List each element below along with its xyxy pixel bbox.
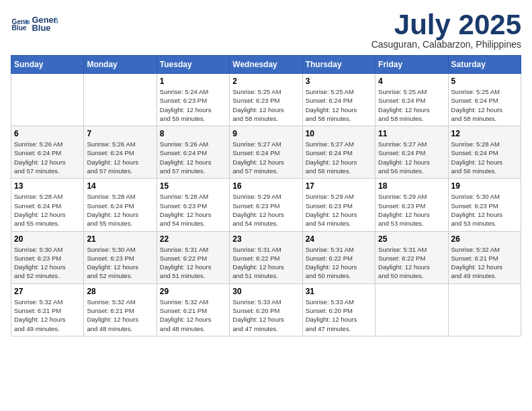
day-number: 4 [378,77,445,86]
calendar-cell: 25Sunrise: 5:31 AMSunset: 6:22 PMDayligh… [375,231,448,283]
calendar-cell: 15Sunrise: 5:28 AMSunset: 6:23 PMDayligh… [157,179,229,231]
day-number: 29 [160,287,226,296]
day-number: 17 [306,181,372,191]
svg-text:Blue: Blue [32,23,51,33]
cell-content: Sunrise: 5:32 AMSunset: 6:21 PMDaylight:… [451,245,518,281]
calendar-cell: 22Sunrise: 5:31 AMSunset: 6:22 PMDayligh… [157,231,229,283]
day-number: 2 [232,77,299,86]
cell-content: Sunrise: 5:30 AMSunset: 6:23 PMDaylight:… [14,245,81,281]
cell-content: Sunrise: 5:25 AMSunset: 6:24 PMDaylight:… [378,87,445,123]
cell-content: Sunrise: 5:26 AMSunset: 6:24 PMDaylight:… [160,140,226,175]
day-header-tuesday: Tuesday [157,56,229,74]
day-header-saturday: Saturday [448,56,521,74]
calendar-week-5: 27Sunrise: 5:32 AMSunset: 6:21 PMDayligh… [11,283,521,336]
calendar-cell: 8Sunrise: 5:26 AMSunset: 6:24 PMDaylight… [157,126,229,179]
calendar-cell: 3Sunrise: 5:25 AMSunset: 6:24 PMDaylight… [302,74,375,126]
calendar-week-3: 13Sunrise: 5:28 AMSunset: 6:24 PMDayligh… [11,179,521,231]
day-header-thursday: Thursday [302,56,375,74]
calendar-cell [448,283,521,336]
calendar-cell: 11Sunrise: 5:27 AMSunset: 6:24 PMDayligh… [375,126,448,179]
calendar-week-2: 6Sunrise: 5:26 AMSunset: 6:24 PMDaylight… [11,126,521,179]
calendar-cell: 6Sunrise: 5:26 AMSunset: 6:24 PMDaylight… [11,126,84,179]
calendar-cell: 10Sunrise: 5:27 AMSunset: 6:24 PMDayligh… [302,126,375,179]
cell-content: Sunrise: 5:25 AMSunset: 6:24 PMDaylight:… [451,87,518,123]
day-number: 8 [160,129,226,138]
calendar-cell: 31Sunrise: 5:33 AMSunset: 6:20 PMDayligh… [302,283,375,336]
cell-content: Sunrise: 5:26 AMSunset: 6:24 PMDaylight:… [87,140,153,175]
calendar-cell: 2Sunrise: 5:25 AMSunset: 6:23 PMDaylight… [230,74,302,126]
cell-content: Sunrise: 5:31 AMSunset: 6:22 PMDaylight:… [306,245,372,281]
cell-content: Sunrise: 5:28 AMSunset: 6:24 PMDaylight:… [14,192,81,228]
calendar-cell: 26Sunrise: 5:32 AMSunset: 6:21 PMDayligh… [448,231,521,283]
cell-content: Sunrise: 5:25 AMSunset: 6:23 PMDaylight:… [232,87,299,123]
cell-content: Sunrise: 5:32 AMSunset: 6:21 PMDaylight:… [14,298,81,333]
cell-content: Sunrise: 5:33 AMSunset: 6:20 PMDaylight:… [306,298,372,333]
cell-content: Sunrise: 5:27 AMSunset: 6:24 PMDaylight:… [232,140,299,175]
calendar-header-row: SundayMondayTuesdayWednesdayThursdayFrid… [11,56,521,74]
calendar-cell: 23Sunrise: 5:31 AMSunset: 6:22 PMDayligh… [230,231,302,283]
cell-content: Sunrise: 5:31 AMSunset: 6:22 PMDaylight:… [378,245,445,281]
page-header: General Blue General Blue July 2025 Casu… [11,11,521,50]
cell-content: Sunrise: 5:25 AMSunset: 6:24 PMDaylight:… [306,87,372,123]
day-number: 26 [451,234,518,244]
calendar-cell [375,283,448,336]
day-number: 23 [232,234,299,244]
calendar-week-4: 20Sunrise: 5:30 AMSunset: 6:23 PMDayligh… [11,231,521,283]
calendar-cell: 19Sunrise: 5:30 AMSunset: 6:23 PMDayligh… [448,179,521,231]
day-number: 31 [306,287,372,296]
calendar-table: SundayMondayTuesdayWednesdayThursdayFrid… [11,55,521,336]
cell-content: Sunrise: 5:31 AMSunset: 6:22 PMDaylight:… [160,245,226,281]
day-number: 13 [14,181,81,191]
day-number: 6 [14,129,81,138]
day-number: 27 [14,287,81,296]
day-number: 14 [87,181,153,191]
calendar-cell: 7Sunrise: 5:26 AMSunset: 6:24 PMDaylight… [84,126,157,179]
calendar-cell: 9Sunrise: 5:27 AMSunset: 6:24 PMDaylight… [230,126,302,179]
calendar-cell: 4Sunrise: 5:25 AMSunset: 6:24 PMDaylight… [375,74,448,126]
cell-content: Sunrise: 5:32 AMSunset: 6:21 PMDaylight:… [160,298,226,333]
day-number: 18 [378,181,445,191]
calendar-cell: 14Sunrise: 5:28 AMSunset: 6:24 PMDayligh… [84,179,157,231]
cell-content: Sunrise: 5:31 AMSunset: 6:22 PMDaylight:… [232,245,299,281]
calendar-cell: 16Sunrise: 5:29 AMSunset: 6:23 PMDayligh… [230,179,302,231]
day-number: 24 [306,234,372,244]
calendar-cell: 29Sunrise: 5:32 AMSunset: 6:21 PMDayligh… [157,283,229,336]
day-number: 21 [87,234,153,244]
day-number: 15 [160,181,226,191]
cell-content: Sunrise: 5:27 AMSunset: 6:24 PMDaylight:… [306,140,372,175]
cell-content: Sunrise: 5:32 AMSunset: 6:21 PMDaylight:… [87,298,153,333]
calendar-cell: 28Sunrise: 5:32 AMSunset: 6:21 PMDayligh… [84,283,157,336]
day-number: 28 [87,287,153,296]
day-number: 25 [378,234,445,244]
calendar-cell: 1Sunrise: 5:24 AMSunset: 6:23 PMDaylight… [157,74,229,126]
calendar-cell: 5Sunrise: 5:25 AMSunset: 6:24 PMDaylight… [448,74,521,126]
location: Casuguran, Calabarzon, Philippines [371,39,521,50]
title-block: July 2025 Casuguran, Calabarzon, Philipp… [371,11,521,50]
day-number: 9 [232,129,299,138]
day-number: 20 [14,234,81,244]
calendar-cell: 30Sunrise: 5:33 AMSunset: 6:20 PMDayligh… [230,283,302,336]
cell-content: Sunrise: 5:28 AMSunset: 6:23 PMDaylight:… [160,192,226,228]
calendar-cell: 21Sunrise: 5:30 AMSunset: 6:23 PMDayligh… [84,231,157,283]
cell-content: Sunrise: 5:28 AMSunset: 6:24 PMDaylight:… [87,192,153,228]
calendar-cell: 12Sunrise: 5:28 AMSunset: 6:24 PMDayligh… [448,126,521,179]
cell-content: Sunrise: 5:29 AMSunset: 6:23 PMDaylight:… [306,192,372,228]
logo-icon: General Blue [11,15,30,34]
day-number: 7 [87,129,153,138]
day-number: 16 [232,181,299,191]
calendar-cell: 24Sunrise: 5:31 AMSunset: 6:22 PMDayligh… [302,231,375,283]
day-number: 5 [451,77,518,86]
calendar-cell: 17Sunrise: 5:29 AMSunset: 6:23 PMDayligh… [302,179,375,231]
calendar-cell [84,74,157,126]
cell-content: Sunrise: 5:28 AMSunset: 6:24 PMDaylight:… [451,140,518,175]
month-title: July 2025 [371,11,521,39]
day-header-friday: Friday [375,56,448,74]
cell-content: Sunrise: 5:33 AMSunset: 6:20 PMDaylight:… [232,298,299,333]
generalblue-logo-svg: General Blue [31,11,58,38]
day-number: 3 [306,77,372,86]
day-header-wednesday: Wednesday [230,56,302,74]
day-number: 11 [378,129,445,138]
logo: General Blue General Blue [11,11,58,38]
calendar-body: 1Sunrise: 5:24 AMSunset: 6:23 PMDaylight… [11,74,521,336]
svg-text:Blue: Blue [12,24,27,32]
